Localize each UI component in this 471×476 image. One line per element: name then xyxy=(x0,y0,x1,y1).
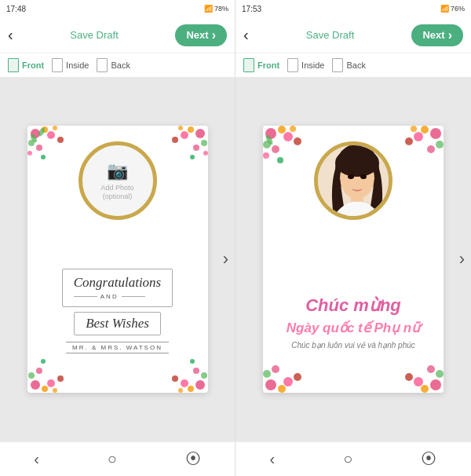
svg-point-60 xyxy=(421,385,429,393)
chuc-ban-text: Chúc bạn luôn vui vẻ và hạnh phúc xyxy=(291,341,415,350)
right-next-button[interactable]: Next xyxy=(411,24,463,46)
svg-point-53 xyxy=(265,379,276,390)
right-inside-tab-label: Inside xyxy=(301,60,324,70)
svg-point-17 xyxy=(203,151,208,156)
ngay-quoc-text: Ngày quốc tế Phụ nữ xyxy=(287,320,420,336)
svg-point-5 xyxy=(53,126,57,130)
svg-point-33 xyxy=(178,388,183,393)
svg-point-57 xyxy=(272,365,279,373)
left-card: 📷 Add Photo (optional) Congratulations A… xyxy=(27,126,208,393)
tab-front-right[interactable]: Front xyxy=(243,58,279,72)
right-inside-tab-icon xyxy=(287,58,298,72)
left-status-time: 17:48 xyxy=(6,5,26,13)
save-draft-button[interactable]: Save Draft xyxy=(70,29,118,41)
right-back-button[interactable]: ‹ xyxy=(243,26,249,44)
left-top-bar: ‹ Save Draft Next xyxy=(0,17,235,53)
camera-icon: 📷 xyxy=(107,161,128,181)
svg-point-62 xyxy=(414,377,423,386)
right-phone-panel: 17:53 📶 76% ‹ Save Draft Next Front Insi… xyxy=(236,0,471,476)
congratulations-box[interactable]: Congratulations AND xyxy=(62,269,173,307)
svg-point-38 xyxy=(263,141,271,148)
photo-upload-circle[interactable]: 📷 Add Photo (optional) xyxy=(78,141,157,220)
svg-point-25 xyxy=(53,388,57,393)
svg-point-46 xyxy=(430,128,441,139)
nav-apps-right[interactable]: ⦿ xyxy=(414,444,443,474)
right-front-tab-label: Front xyxy=(257,60,279,70)
inside-tab-label: Inside xyxy=(66,60,89,70)
svg-point-20 xyxy=(31,380,40,390)
svg-point-56 xyxy=(283,377,293,386)
tab-front-left[interactable]: Front xyxy=(8,58,44,72)
svg-point-35 xyxy=(190,359,195,364)
svg-point-50 xyxy=(427,145,435,153)
back-tab-label: Back xyxy=(111,60,130,70)
nav-home-right[interactable]: ○ xyxy=(337,444,359,474)
left-card-area: 📷 Add Photo (optional) Congratulations A… xyxy=(0,77,235,441)
svg-point-61 xyxy=(436,370,444,378)
svg-point-45 xyxy=(265,134,274,145)
svg-point-71 xyxy=(360,174,367,179)
left-tabs: Front Inside Back xyxy=(0,53,235,77)
tab-inside-right[interactable]: Inside xyxy=(287,58,324,72)
signal-icon: 📶 xyxy=(204,5,213,13)
nav-apps-left[interactable]: ⦿ xyxy=(179,444,207,474)
svg-point-55 xyxy=(263,370,271,378)
time-display: 17:48 xyxy=(6,5,26,13)
svg-point-29 xyxy=(188,386,194,392)
svg-point-59 xyxy=(430,379,441,390)
svg-point-9 xyxy=(29,133,38,143)
svg-point-14 xyxy=(181,131,188,139)
left-status-icons: 📶 78% xyxy=(204,5,228,13)
signature-text: Mr. & Mrs. Watson xyxy=(66,342,169,353)
tab-back-right[interactable]: Back xyxy=(332,58,365,72)
svg-point-18 xyxy=(172,137,178,143)
nav-back-right[interactable]: ‹ xyxy=(264,444,282,474)
svg-point-64 xyxy=(405,373,413,381)
add-photo-label: Add Photo (optional) xyxy=(100,184,133,201)
svg-point-48 xyxy=(436,141,444,148)
floral-tl-decoration xyxy=(27,126,82,181)
svg-point-31 xyxy=(181,379,188,387)
svg-point-52 xyxy=(405,137,413,145)
svg-point-39 xyxy=(283,132,293,141)
right-battery-display: 76% xyxy=(451,5,465,13)
svg-point-47 xyxy=(421,126,429,134)
left-card-text: Congratulations AND Best Wishes Mr. & Mr… xyxy=(27,269,208,353)
svg-point-12 xyxy=(188,126,194,133)
congratulations-text: Congratulations xyxy=(74,274,161,291)
svg-point-13 xyxy=(201,140,207,146)
svg-point-43 xyxy=(294,137,301,145)
floral-tr-decoration xyxy=(153,126,208,181)
svg-point-68 xyxy=(335,148,379,177)
inside-tab-icon xyxy=(52,58,63,72)
svg-point-70 xyxy=(348,174,354,179)
right-floral-tr xyxy=(389,126,444,181)
right-back-tab-label: Back xyxy=(346,60,365,70)
best-wishes-box[interactable]: Best Wishes xyxy=(74,312,161,335)
right-front-tab-icon xyxy=(243,58,254,72)
svg-point-51 xyxy=(411,126,417,132)
nav-back-left[interactable]: ‹ xyxy=(27,444,46,474)
back-button[interactable]: ‹ xyxy=(8,26,13,44)
nav-home-left[interactable]: ○ xyxy=(101,444,123,474)
next-button[interactable]: Next xyxy=(175,24,227,46)
right-top-bar: ‹ Save Draft Next xyxy=(236,17,471,53)
tab-inside-left[interactable]: Inside xyxy=(52,58,89,72)
svg-point-0 xyxy=(31,129,40,138)
best-wishes-text: Best Wishes xyxy=(86,316,149,331)
svg-point-63 xyxy=(427,365,435,373)
left-bottom-nav: ‹ ○ ⦿ xyxy=(0,441,235,476)
front-tab-label: Front xyxy=(22,60,44,70)
svg-point-10 xyxy=(37,126,46,137)
tab-back-left[interactable]: Back xyxy=(97,58,130,72)
card-next-chevron-left[interactable]: › xyxy=(223,249,228,269)
right-save-draft-button[interactable]: Save Draft xyxy=(306,29,354,41)
svg-point-3 xyxy=(47,131,55,139)
svg-point-1 xyxy=(42,126,48,133)
svg-point-58 xyxy=(294,373,301,381)
svg-point-41 xyxy=(290,126,296,132)
svg-point-27 xyxy=(41,359,46,364)
svg-point-36 xyxy=(265,128,276,139)
card-next-chevron-right[interactable]: › xyxy=(459,249,465,269)
right-status-bar: 17:53 📶 76% xyxy=(236,0,471,17)
